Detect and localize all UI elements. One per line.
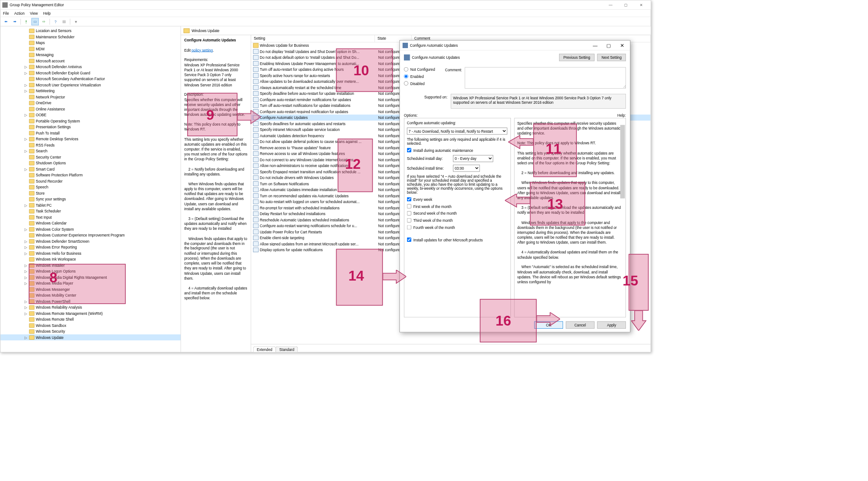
chk-week1[interactable]: First week of the month <box>407 204 508 208</box>
comment-field[interactable] <box>465 67 626 89</box>
tree-item[interactable]: Windows Calendar <box>0 220 181 226</box>
tree-item[interactable]: Windows Sandbox <box>0 322 181 329</box>
chk-other-products[interactable]: Install updates for other Microsoft prod… <box>407 237 508 242</box>
previous-setting-button[interactable]: Previous Setting <box>559 54 595 61</box>
tree-item[interactable]: ▷Search <box>0 148 181 154</box>
help-button[interactable]: ? <box>52 18 59 25</box>
show-hide-tree-button[interactable]: ▭ <box>32 18 39 25</box>
radio-not-configured[interactable]: Not Configured <box>404 67 435 72</box>
tree-item[interactable]: Software Protection Platform <box>0 172 181 178</box>
chk-maintenance[interactable]: Install during automatic maintenance <box>407 148 508 152</box>
dialog-maximize[interactable]: ▢ <box>602 43 615 48</box>
annotation-16: 16 <box>480 299 537 342</box>
forward-button[interactable]: ➡ <box>11 18 19 25</box>
tree-item[interactable]: ▷Windows Update <box>0 334 181 341</box>
tree-item[interactable]: ▷Windows Remote Management (WinRM) <box>0 310 181 317</box>
detail-title: Windows Update <box>192 29 219 33</box>
minimize-button[interactable]: — <box>603 3 618 7</box>
tree-item[interactable]: Windows Security <box>0 328 181 334</box>
back-button[interactable]: ⬅ <box>2 18 10 25</box>
tree-item[interactable]: Windows Remote Shell <box>0 316 181 322</box>
tree-item[interactable]: ▷Microsoft User Experience Virtualizatio… <box>0 82 181 88</box>
tree-item[interactable]: Push To Install <box>0 130 181 136</box>
export-button[interactable]: ⇨ <box>40 18 48 25</box>
tree-item[interactable]: Microsoft Secondary Authentication Facto… <box>0 76 181 82</box>
tree-item[interactable]: Location and Sensors <box>0 28 181 34</box>
view-tabs: Extended Standard <box>251 344 650 352</box>
tree-item[interactable]: Online Assistance <box>0 106 181 112</box>
radio-disabled[interactable]: Disabled <box>404 81 435 86</box>
tree-item[interactable]: Store <box>0 190 181 196</box>
tree-item[interactable]: Maintenance Scheduler <box>0 34 181 40</box>
dialog-icon <box>403 43 408 48</box>
tree-item[interactable]: Network Projector <box>0 94 181 100</box>
tree-item[interactable]: Shutdown Options <box>0 160 181 166</box>
radio-enabled[interactable]: Enabled <box>404 74 435 79</box>
svg-marker-1 <box>508 135 533 149</box>
chk-week2[interactable]: Second week of the month <box>407 211 508 216</box>
install-time-select[interactable]: 03:00 <box>453 165 480 172</box>
close-button[interactable]: ✕ <box>634 3 649 7</box>
edit-policy-link[interactable]: policy setting <box>192 48 213 52</box>
menu-action[interactable]: Action <box>14 11 25 15</box>
tree-item[interactable]: Task Scheduler <box>0 208 181 214</box>
menu-view[interactable]: View <box>30 11 38 15</box>
arrow-16 <box>537 312 560 329</box>
tree-item[interactable]: Windows Customer Experience Improvement … <box>0 232 181 238</box>
supported-label: Supported on: <box>404 94 448 109</box>
dialog-close[interactable]: ✕ <box>615 43 629 48</box>
tree-item[interactable]: ▷Tablet PC <box>0 202 181 208</box>
tree-item[interactable]: Windows Ink Workspace <box>0 256 181 262</box>
tree-item[interactable]: ▷OOBE <box>0 112 181 118</box>
tree-item[interactable]: Speech <box>0 184 181 190</box>
tree-item[interactable]: ▷NetMeeting <box>0 88 181 94</box>
tree-item[interactable]: Portable Operating System <box>0 118 181 124</box>
chk-week3[interactable]: Third week of the month <box>407 218 508 223</box>
chk-week4[interactable]: Fourth week of the month <box>407 225 508 230</box>
options-panel: Configure automatic updating: 7 - Auto D… <box>404 118 511 318</box>
help-scrollbar[interactable] <box>620 125 625 199</box>
install-day-select[interactable]: 0 - Every day <box>453 155 493 162</box>
col-setting[interactable]: Setting <box>251 35 375 42</box>
tree-item[interactable]: Text Input <box>0 214 181 220</box>
dialog-minimize[interactable]: — <box>588 43 602 48</box>
tab-extended[interactable]: Extended <box>253 346 276 352</box>
tree-item[interactable]: Security Center <box>0 154 181 160</box>
maximize-button[interactable]: ▢ <box>619 3 634 7</box>
menu-help[interactable]: Help <box>43 11 51 15</box>
selected-setting-name: Configure Automatic Updates <box>184 38 236 42</box>
tree-item[interactable]: ▷Microsoft Defender Antivirus <box>0 64 181 70</box>
next-setting-button[interactable]: Next Setting <box>597 54 626 61</box>
apply-button[interactable]: Apply <box>597 322 626 329</box>
tree-item[interactable]: Microsoft account <box>0 58 181 64</box>
tree-item[interactable]: ▷Remote Desktop Services <box>0 136 181 142</box>
tree-item[interactable]: ▷Smart Card <box>0 166 181 172</box>
tree-item[interactable]: ▷Windows Hello for Business <box>0 250 181 257</box>
dialog-heading: Configure Automatic Updates <box>412 56 460 60</box>
tree-item[interactable]: Presentation Settings <box>0 124 181 130</box>
tree-item[interactable]: Sync your settings <box>0 196 181 202</box>
cancel-button[interactable]: Cancel <box>566 322 595 329</box>
properties-button[interactable]: ▤ <box>61 18 68 25</box>
comment-label: Comment: <box>445 67 462 89</box>
tree-item[interactable]: ▷Microsoft Defender Exploit Guard <box>0 70 181 76</box>
tree-item[interactable]: OneDrive <box>0 100 181 106</box>
cfg-note: The following settings are only required… <box>407 137 508 145</box>
tree-item[interactable]: ▷Windows Color System <box>0 226 181 232</box>
tab-standard[interactable]: Standard <box>276 346 298 352</box>
tree-item[interactable]: Maps <box>0 40 181 46</box>
tree-item[interactable]: MDM <box>0 46 181 52</box>
tree-item[interactable]: ▷Windows Reliability Analysis <box>0 304 181 310</box>
tree-item[interactable]: Messaging <box>0 52 181 58</box>
annotation-13: 13 <box>530 182 585 226</box>
filter-button[interactable]: ▼ <box>72 18 80 25</box>
chk-every-week[interactable]: Every week <box>407 197 508 202</box>
tree-item[interactable]: ▷Windows Error Reporting <box>0 244 181 250</box>
description-p2: This setting lets you specify whether au… <box>184 137 247 161</box>
menu-file[interactable]: File <box>3 11 9 15</box>
up-button[interactable]: ⭱ <box>23 18 30 25</box>
cfg-updating-select[interactable]: 7 - Auto Download, Notify to install, No… <box>407 128 507 135</box>
tree-item[interactable]: ▷Windows Defender SmartScreen <box>0 238 181 245</box>
tree-item[interactable]: Sound Recorder <box>0 178 181 184</box>
tree-item[interactable]: RSS Feeds <box>0 142 181 148</box>
